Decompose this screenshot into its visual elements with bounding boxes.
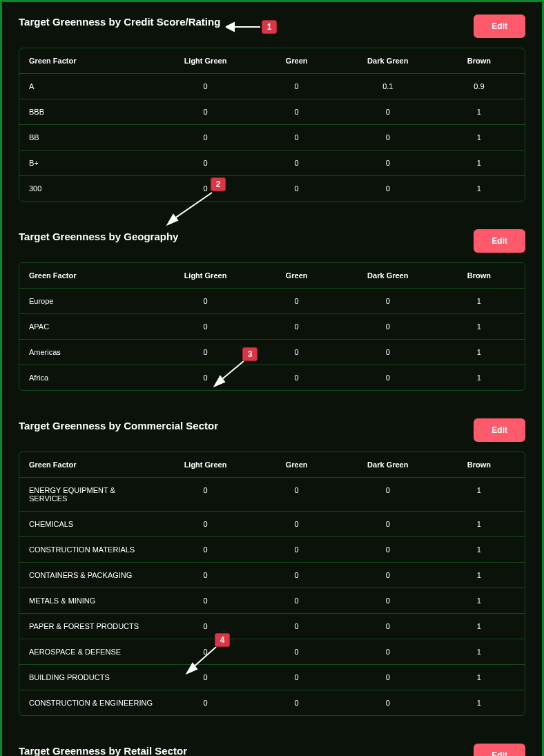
cell: 0	[342, 537, 434, 562]
table-row: CHEMICALS 0 0 0 1	[19, 511, 525, 536]
cell: Americas	[19, 340, 159, 365]
cell: ENERGY EQUIPMENT & SERVICES	[19, 478, 159, 511]
svg-marker-3	[168, 215, 177, 224]
cell: 0	[251, 289, 342, 313]
col-green-factor: Green Factor	[19, 452, 159, 477]
cell: 0	[342, 588, 434, 613]
cell: 0	[251, 563, 342, 588]
annotation-marker-1: 1	[262, 20, 277, 34]
cell: CONTAINERS & PACKAGING	[19, 563, 159, 588]
table-row: APAC 0 0 0 1	[19, 313, 525, 339]
cell: Africa	[19, 365, 159, 390]
cell: B+	[19, 151, 159, 175]
col-brown: Brown	[434, 452, 525, 477]
cell: 0	[251, 340, 342, 365]
table-header-row: Green Factor Light Green Green Dark Gree…	[19, 452, 525, 477]
cell: 0	[251, 690, 342, 715]
cell: 1	[434, 176, 525, 201]
cell: 0	[159, 614, 251, 639]
section-header: Target Greenness by Commercial Sector Ed…	[19, 418, 525, 442]
table-commercial-sector: Green Factor Light Green Green Dark Gree…	[19, 452, 525, 716]
cell: 0	[342, 340, 434, 365]
edit-button[interactable]: Edit	[474, 418, 525, 442]
col-dark-green: Dark Green	[342, 263, 434, 288]
table-row: ENERGY EQUIPMENT & SERVICES 0 0 0 1	[19, 477, 525, 511]
cell: 0	[251, 588, 342, 613]
cell: 0	[342, 639, 434, 664]
edit-button[interactable]: Edit	[474, 229, 525, 253]
cell: 0	[159, 151, 251, 175]
cell: METALS & MINING	[19, 588, 159, 613]
cell: 0	[342, 478, 434, 511]
cell: CONSTRUCTION MATERIALS	[19, 537, 159, 562]
section-title: Target Greenness by Retail Sector	[19, 744, 187, 756]
cell: 300	[19, 176, 159, 201]
cell: 0	[342, 512, 434, 536]
col-brown: Brown	[434, 48, 525, 73]
cell: 1	[434, 151, 525, 175]
cell: 0.1	[342, 74, 434, 99]
cell: BB	[19, 125, 159, 150]
table-row: BBB 0 0 0 1	[19, 99, 525, 124]
col-green-factor: Green Factor	[19, 263, 159, 288]
col-brown: Brown	[434, 263, 525, 288]
table-row: METALS & MINING 0 0 0 1	[19, 588, 525, 613]
table-row: BUILDING PRODUCTS 0 0 0 1	[19, 664, 525, 690]
col-dark-green: Dark Green	[342, 452, 434, 477]
cell: 0	[159, 125, 251, 150]
section-header: Target Greenness by Geography Edit	[19, 229, 525, 253]
cell: 1	[434, 340, 525, 365]
svg-line-2	[172, 193, 212, 220]
table-row: Europe 0 0 0 1	[19, 288, 525, 313]
table-row: 300 0 0 0 1	[19, 175, 525, 201]
cell: BBB	[19, 99, 159, 124]
cell: BUILDING PRODUCTS	[19, 665, 159, 690]
cell: Europe	[19, 289, 159, 313]
cell: 1	[434, 289, 525, 313]
cell: 1	[434, 537, 525, 562]
cell: 0	[342, 176, 434, 201]
col-light-green: Light Green	[159, 452, 251, 477]
annotation-arrow-icon	[226, 21, 260, 32]
col-green: Green	[251, 452, 342, 477]
annotation-arrow-icon	[184, 646, 219, 675]
table-geography: Green Factor Light Green Green Dark Gree…	[19, 262, 525, 391]
section-geography: Target Greenness by Geography Edit Green…	[19, 229, 525, 391]
section-title: Target Greenness by Credit Score/Rating	[19, 14, 220, 28]
cell: 0	[342, 125, 434, 150]
cell: 0	[251, 125, 342, 150]
cell: 1	[434, 99, 525, 124]
cell: 0	[251, 478, 342, 511]
table-credit-score: Green Factor Light Green Green Dark Gree…	[19, 48, 525, 202]
table-row: AEROSPACE & DEFENSE 0 0 0 1	[19, 639, 525, 664]
section-header: Target Greenness by Retail Sector Edit	[19, 744, 525, 756]
cell: 0	[251, 176, 342, 201]
table-row: CONSTRUCTION MATERIALS 0 0 0 1	[19, 536, 525, 562]
cell: 0	[159, 690, 251, 715]
table-row: Americas 0 0 0 1	[19, 339, 525, 365]
cell: 0	[251, 99, 342, 124]
cell: 1	[434, 314, 525, 339]
annotation-marker-4: 4	[215, 633, 230, 647]
cell: PAPER & FOREST PRODUCTS	[19, 614, 159, 639]
edit-button[interactable]: Edit	[474, 744, 525, 756]
cell: 0	[159, 314, 251, 339]
section-credit-score: Target Greenness by Credit Score/Rating …	[19, 14, 525, 202]
cell: CONSTRUCTION & ENGINEERING	[19, 690, 159, 715]
cell: 1	[434, 365, 525, 390]
svg-marker-1	[226, 23, 234, 31]
cell: 0.9	[434, 74, 525, 99]
cell: 0	[251, 365, 342, 390]
section-title: Target Greenness by Geography	[19, 229, 178, 242]
cell: 0	[251, 74, 342, 99]
table-row: Africa 0 0 0 1	[19, 365, 525, 390]
cell: 1	[434, 563, 525, 588]
cell: 1	[434, 665, 525, 690]
col-green: Green	[251, 263, 342, 288]
cell: 0	[251, 614, 342, 639]
cell: 0	[159, 478, 251, 511]
edit-button[interactable]: Edit	[474, 14, 525, 38]
cell: 0	[342, 563, 434, 588]
cell: 0	[342, 289, 434, 313]
cell: CHEMICALS	[19, 512, 159, 536]
